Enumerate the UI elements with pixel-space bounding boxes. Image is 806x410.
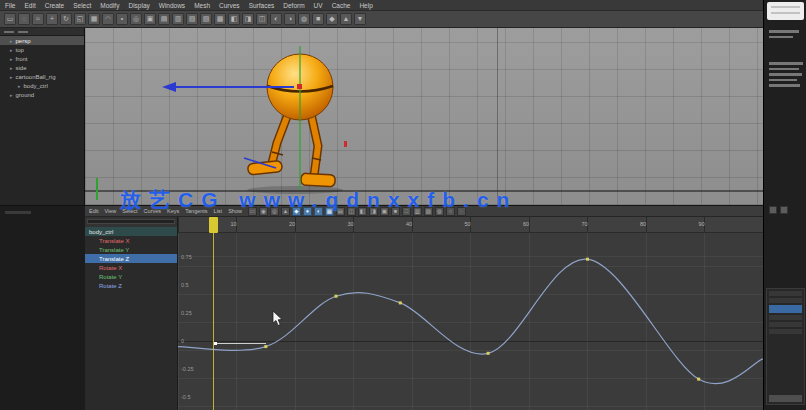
- expand-arrow-icon[interactable]: ▸: [10, 38, 13, 44]
- expand-arrow-icon[interactable]: ▸: [10, 56, 13, 62]
- ge-unify-tangents-icon[interactable]: ■: [391, 207, 400, 216]
- lighting-icon[interactable]: ◆: [326, 13, 338, 25]
- expand-arrow-icon[interactable]: ▸: [10, 74, 13, 80]
- render-settings-icon[interactable]: ◧: [228, 13, 240, 25]
- selected-stat-row[interactable]: [769, 305, 802, 313]
- channel-translate-x[interactable]: Translate X: [85, 236, 177, 245]
- ge-break-tangents-icon[interactable]: ▣: [380, 207, 389, 216]
- menu-deform[interactable]: Deform: [283, 2, 304, 9]
- snap-center-icon[interactable]: ◎: [130, 13, 142, 25]
- channel-rotate-z[interactable]: Rotate Z: [85, 281, 177, 290]
- keyframe-dot[interactable]: [264, 345, 267, 348]
- keyframe-dot[interactable]: [586, 258, 589, 261]
- lasso-tool-icon[interactable]: ◌: [18, 13, 30, 25]
- ipr-render-icon[interactable]: ▩: [214, 13, 226, 25]
- ge-canvas[interactable]: 0.750.50.250-0.25-0.5: [178, 233, 763, 410]
- outliner-item-cartoonball-rig[interactable]: ▸cartoonBall_rig: [0, 72, 84, 81]
- make-live-icon[interactable]: ▣: [144, 13, 156, 25]
- ge-menu-select[interactable]: Select: [122, 208, 137, 214]
- expand-arrow-icon[interactable]: ▸: [10, 47, 13, 53]
- menu-create[interactable]: Create: [45, 2, 65, 9]
- xray-icon[interactable]: ◐: [270, 13, 282, 25]
- manip-center-handle[interactable]: [297, 84, 302, 89]
- ge-step-tangent-icon[interactable]: ▤: [336, 207, 345, 216]
- construction-history-icon[interactable]: ▧: [186, 13, 198, 25]
- animation-curve[interactable]: [178, 259, 763, 384]
- ge-value-snap-icon[interactable]: ○: [446, 207, 455, 216]
- ge-menu-show[interactable]: Show: [228, 208, 242, 214]
- ge-insert-keys-icon[interactable]: ◉: [259, 207, 268, 216]
- menu-edit[interactable]: Edit: [24, 2, 35, 9]
- channel-rotate-y[interactable]: Rotate Y: [85, 272, 177, 281]
- menu-curves[interactable]: Curves: [219, 2, 240, 9]
- ge-pre-infinity-icon[interactable]: ◌: [457, 207, 466, 216]
- ge-menu-view[interactable]: View: [104, 208, 116, 214]
- menu-help[interactable]: Help: [359, 2, 372, 9]
- scale-tool-icon[interactable]: ◱: [74, 13, 86, 25]
- ge-time-snap-icon[interactable]: ◍: [435, 207, 444, 216]
- isolate-select-icon[interactable]: ▲: [340, 13, 352, 25]
- snap-curve-icon[interactable]: ◠: [102, 13, 114, 25]
- outliner-item-front[interactable]: ▸front: [0, 54, 84, 63]
- outliner-item-side[interactable]: ▸side: [0, 63, 84, 72]
- key-stats-panel[interactable]: [766, 288, 805, 405]
- ge-menu-edit[interactable]: Edit: [89, 208, 98, 214]
- ge-auto-load-icon[interactable]: ▧: [424, 207, 433, 216]
- ge-spline-tangent-icon[interactable]: ◆: [292, 207, 301, 216]
- keyframe-dot[interactable]: [399, 301, 402, 304]
- paint-select-tool-icon[interactable]: ≈: [32, 13, 44, 25]
- move-tool-icon[interactable]: +: [46, 13, 58, 25]
- menu-modify[interactable]: Modify: [100, 2, 119, 9]
- channel-rotate-x[interactable]: Rotate X: [85, 263, 177, 272]
- right-panel-icons[interactable]: [769, 206, 788, 214]
- select-tool-icon[interactable]: ▭: [4, 13, 16, 25]
- ge-menu-tangents[interactable]: Tangents: [185, 208, 207, 214]
- channel-translate-y[interactable]: Translate Y: [85, 245, 177, 254]
- expand-arrow-icon[interactable]: ▸: [10, 65, 13, 71]
- ge-menu-curves[interactable]: Curves: [144, 208, 161, 214]
- ge-move-keys-icon[interactable]: ▭: [248, 207, 257, 216]
- character[interactable]: [160, 40, 390, 200]
- playhead-marker[interactable]: [209, 217, 218, 233]
- expand-arrow-icon[interactable]: ▸: [18, 83, 21, 89]
- wireframe-icon[interactable]: ◑: [284, 13, 296, 25]
- snap-point-icon[interactable]: •: [116, 13, 128, 25]
- character-left-foot[interactable]: [247, 160, 282, 174]
- ge-menu-keys[interactable]: Keys: [167, 208, 179, 214]
- output-connections-icon[interactable]: ▥: [172, 13, 184, 25]
- ge-swap-buffer-icon[interactable]: ◨: [369, 207, 378, 216]
- menu-uv[interactable]: UV: [314, 2, 323, 9]
- expand-arrow-icon[interactable]: ▸: [10, 92, 13, 98]
- input-connections-icon[interactable]: ▤: [158, 13, 170, 25]
- channel-translate-z[interactable]: Translate Z: [85, 254, 177, 263]
- ge-free-tangent-icon[interactable]: □: [402, 207, 411, 216]
- character-legs[interactable]: [247, 114, 335, 187]
- snap-grid-icon[interactable]: ▦: [88, 13, 100, 25]
- symmetry-icon[interactable]: ◫: [256, 13, 268, 25]
- outliner-item-top[interactable]: ▸top: [0, 45, 84, 54]
- ge-lattice-deform-icon[interactable]: ▲: [281, 207, 290, 216]
- keyframe-dot[interactable]: [487, 352, 490, 355]
- notification-popup[interactable]: [767, 2, 804, 20]
- outliner-item-persp[interactable]: ▸persp: [0, 36, 84, 45]
- manip-x-arrowhead[interactable]: [162, 82, 176, 92]
- menu-select[interactable]: Select: [73, 2, 91, 9]
- ge-flat-tangent-icon[interactable]: ▦: [325, 207, 334, 216]
- ge-menu-list[interactable]: List: [214, 208, 223, 214]
- outliner-item-body-ctrl[interactable]: ▸body_ctrl: [0, 81, 84, 90]
- viewport[interactable]: [85, 28, 763, 205]
- grid-toggle-icon[interactable]: ▼: [354, 13, 366, 25]
- menu-surfaces[interactable]: Surfaces: [249, 2, 275, 9]
- ge-ruler[interactable]: 102030405060708090: [178, 217, 763, 233]
- rotate-tool-icon[interactable]: ↻: [60, 13, 72, 25]
- render-icon[interactable]: ▨: [200, 13, 212, 25]
- textured-icon[interactable]: ■: [312, 13, 324, 25]
- ge-buffer-snapshot-icon[interactable]: ◧: [358, 207, 367, 216]
- menu-file[interactable]: File: [5, 2, 15, 9]
- outliner-item-ground[interactable]: ▸ground: [0, 90, 84, 99]
- paint-effects-icon[interactable]: ◨: [242, 13, 254, 25]
- menu-cache[interactable]: Cache: [332, 2, 351, 9]
- menu-display[interactable]: Display: [128, 2, 149, 9]
- channel-node-row[interactable]: body_ctrl: [85, 227, 177, 236]
- keyframe-dot[interactable]: [697, 378, 700, 381]
